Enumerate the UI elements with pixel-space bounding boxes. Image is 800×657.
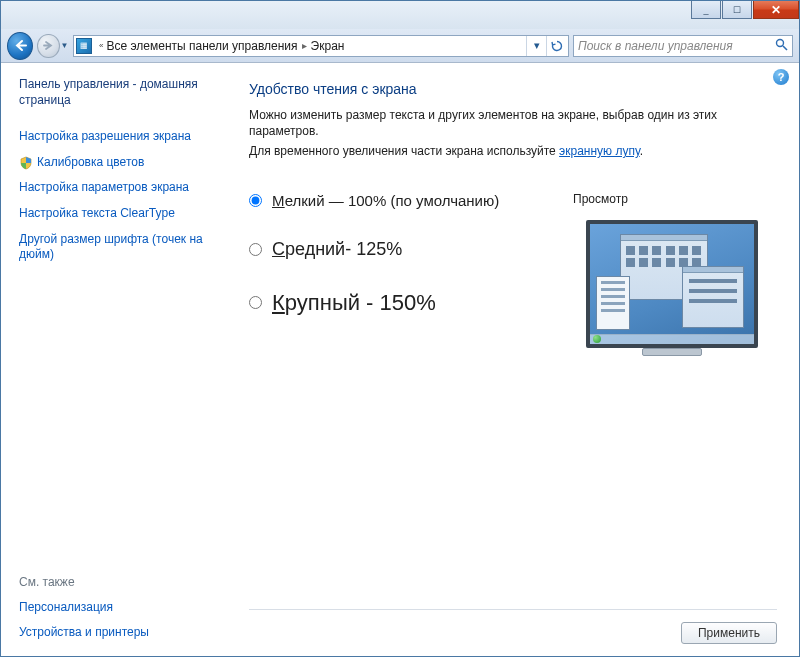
chevrons-icon: « <box>99 41 103 50</box>
refresh-button[interactable] <box>546 36 566 56</box>
preview-monitor <box>586 220 758 348</box>
see-also-personalization[interactable]: Персонализация <box>19 600 209 616</box>
size-options: Мелкий — 100% (по умолчанию) Средний- 12… <box>249 192 777 348</box>
arrow-right-icon <box>43 40 54 51</box>
arrow-left-icon <box>14 39 27 52</box>
see-also-header: См. также <box>19 575 209 589</box>
breadcrumb-current[interactable]: Экран <box>311 39 345 53</box>
page-description: Можно изменить размер текста и других эл… <box>249 107 777 139</box>
option-small[interactable]: Мелкий — 100% (по умолчанию) <box>249 192 567 209</box>
navigation-bar: ▼ ▦ « Все элементы панели управления ▸ Э… <box>1 29 799 63</box>
shield-icon <box>19 156 33 170</box>
option-medium[interactable]: Средний- 125% <box>249 239 567 260</box>
main-content: ? Удобство чтения с экрана Можно изменит… <box>219 63 799 656</box>
history-dropdown[interactable]: ▼ <box>60 41 69 50</box>
page-title: Удобство чтения с экрана <box>249 81 777 97</box>
page-description-2: Для временного увеличения части экрана и… <box>249 143 777 159</box>
preview-label: Просмотр <box>573 192 777 206</box>
sidebar-link-display-settings[interactable]: Настройка параметров экрана <box>19 180 209 196</box>
breadcrumb-separator-icon: ▸ <box>302 40 307 51</box>
radio-large[interactable] <box>249 296 262 309</box>
address-dropdown[interactable]: ▾ <box>526 36 546 56</box>
search-input[interactable]: Поиск в панели управления <box>573 35 793 57</box>
sidebar-link-resolution[interactable]: Настройка разрешения экрана <box>19 129 209 145</box>
titlebar: _ ☐ ✕ <box>1 1 799 29</box>
refresh-icon <box>551 40 563 52</box>
minimize-button[interactable]: _ <box>691 1 721 19</box>
search-placeholder: Поиск в панели управления <box>578 39 733 53</box>
divider <box>249 609 777 610</box>
option-large[interactable]: Крупный - 150% <box>249 290 567 316</box>
see-also-devices-printers[interactable]: Устройства и принтеры <box>19 625 209 641</box>
back-button[interactable] <box>7 32 33 60</box>
search-icon <box>775 38 788 54</box>
radio-small[interactable] <box>249 194 262 207</box>
help-icon[interactable]: ? <box>773 69 789 85</box>
magnifier-link[interactable]: экранную лупу <box>559 144 640 158</box>
control-panel-window: _ ☐ ✕ ▼ ▦ « Все элементы панели управлен… <box>0 0 800 657</box>
address-bar[interactable]: ▦ « Все элементы панели управления ▸ Экр… <box>73 35 569 57</box>
maximize-button[interactable]: ☐ <box>722 1 752 19</box>
sidebar-link-color-calibration[interactable]: Калибровка цветов <box>19 155 209 171</box>
sidebar-link-cleartype[interactable]: Настройка текста ClearType <box>19 206 209 222</box>
sidebar-home-link[interactable]: Панель управления - домашняя страница <box>19 77 209 108</box>
svg-point-0 <box>777 39 784 46</box>
body: Панель управления - домашняя страница На… <box>1 63 799 656</box>
preview-window-icon <box>682 266 744 328</box>
apply-button[interactable]: Применить <box>681 622 777 644</box>
close-button[interactable]: ✕ <box>753 1 799 19</box>
radio-medium[interactable] <box>249 243 262 256</box>
forward-button[interactable] <box>37 34 59 58</box>
control-panel-icon: ▦ <box>76 38 92 54</box>
sidebar-link-custom-dpi[interactable]: Другой размер шрифта (точек на дюйм) <box>19 232 209 263</box>
svg-line-1 <box>783 46 787 50</box>
breadcrumb-parent[interactable]: Все элементы панели управления <box>106 39 297 53</box>
sidebar: Панель управления - домашняя страница На… <box>1 63 219 656</box>
preview-window-icon <box>596 276 630 330</box>
